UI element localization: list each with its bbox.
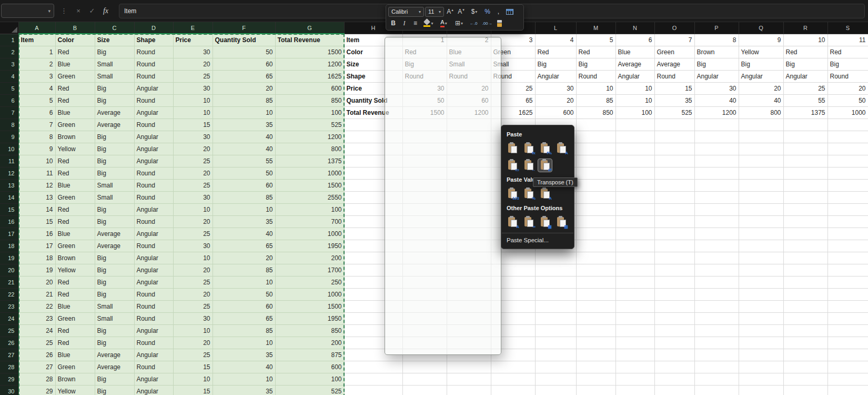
cell-G12[interactable]: 1000 [275, 167, 344, 179]
font-name-select[interactable]: Calibri ▾ [388, 7, 424, 17]
cell-N23[interactable] [615, 300, 654, 312]
row-header-10[interactable]: 10 [0, 143, 18, 155]
cell-E9[interactable]: 30 [173, 131, 213, 143]
format-painter-button[interactable] [494, 18, 504, 28]
cell-E4[interactable]: 25 [173, 70, 213, 82]
cell-F23[interactable]: 60 [213, 300, 275, 312]
cell-R9[interactable] [783, 131, 827, 143]
alignment-button[interactable]: ≡ [410, 18, 420, 28]
row-header-27[interactable]: 27 [0, 349, 18, 361]
cell-O25[interactable] [654, 324, 694, 337]
cell-D2[interactable]: Round [134, 46, 173, 58]
cell-M20[interactable] [576, 264, 615, 276]
paste-special-item[interactable]: Paste Special... [501, 233, 574, 248]
cell-M3[interactable]: Big [576, 58, 615, 70]
cell-L19[interactable] [535, 252, 576, 264]
cell-Q11[interactable] [739, 155, 783, 167]
cell-G13[interactable]: 1500 [275, 179, 344, 191]
cell-N12[interactable] [615, 167, 654, 179]
cell-O17[interactable] [654, 228, 694, 240]
cell-P23[interactable] [694, 300, 739, 312]
cell-M29[interactable] [576, 373, 615, 385]
cell-P14[interactable] [694, 191, 739, 203]
cell-D16[interactable]: Round [134, 215, 173, 228]
cell-E19[interactable]: 10 [173, 252, 213, 264]
cell-R19[interactable] [783, 252, 827, 264]
cell-E23[interactable]: 25 [173, 300, 213, 312]
cell-E21[interactable]: 25 [173, 276, 213, 288]
cell-S12[interactable] [827, 167, 868, 179]
cell-I29[interactable] [402, 373, 447, 385]
cell-L27[interactable] [535, 349, 576, 361]
cell-Q26[interactable] [739, 337, 783, 349]
cell-L7[interactable]: 600 [535, 106, 576, 118]
cell-E15[interactable]: 10 [173, 203, 213, 215]
cell-C4[interactable]: Small [95, 70, 134, 82]
column-header-D[interactable]: D [134, 22, 173, 34]
cell-F8[interactable]: 35 [213, 118, 275, 131]
cell-S17[interactable] [827, 228, 868, 240]
cell-Q27[interactable] [739, 349, 783, 361]
cell-G5[interactable]: 600 [275, 82, 344, 94]
cell-O30[interactable] [654, 385, 694, 395]
cell-L25[interactable] [535, 324, 576, 337]
cell-A9[interactable]: 8 [18, 131, 55, 143]
cell-O19[interactable] [654, 252, 694, 264]
cell-N9[interactable] [615, 131, 654, 143]
cell-S2[interactable]: Red [827, 46, 868, 58]
cell-N29[interactable] [615, 373, 654, 385]
cell-D4[interactable]: Round [134, 70, 173, 82]
cell-S29[interactable] [827, 373, 868, 385]
cell-E20[interactable]: 20 [173, 264, 213, 276]
cell-G16[interactable]: 700 [275, 215, 344, 228]
cell-R4[interactable]: Angular [783, 70, 827, 82]
cell-C27[interactable]: Average [95, 349, 134, 361]
cell-B22[interactable]: Red [55, 288, 95, 300]
cell-S19[interactable] [827, 252, 868, 264]
cell-R3[interactable]: Big [783, 58, 827, 70]
paste-option-transpose-icon[interactable]: ⇄ [538, 159, 552, 172]
cell-D19[interactable]: Angular [134, 252, 173, 264]
row-header-20[interactable]: 20 [0, 264, 18, 276]
cell-B13[interactable]: Blue [55, 179, 95, 191]
cell-C23[interactable]: Small [95, 300, 134, 312]
cell-D21[interactable]: Angular [134, 276, 173, 288]
cell-E26[interactable]: 20 [173, 337, 213, 349]
cell-N6[interactable]: 10 [615, 94, 654, 106]
cell-D24[interactable]: Round [134, 312, 173, 324]
row-header-6[interactable]: 6 [0, 94, 18, 106]
row-header-19[interactable]: 19 [0, 252, 18, 264]
cell-P9[interactable] [694, 131, 739, 143]
row-header-1[interactable]: 1 [0, 34, 18, 46]
cell-S10[interactable] [827, 143, 868, 155]
cell-O12[interactable] [654, 167, 694, 179]
paste-option-values-number-formatting-icon[interactable]: % [522, 187, 536, 200]
increase-decimal-button[interactable]: .00→ [481, 18, 493, 28]
cell-S13[interactable] [827, 179, 868, 191]
cell-Q4[interactable]: Angular [739, 70, 783, 82]
cell-J30[interactable] [447, 385, 491, 395]
cell-A3[interactable]: 2 [18, 58, 55, 70]
cell-D23[interactable]: Round [134, 300, 173, 312]
cell-B23[interactable]: Blue [55, 300, 95, 312]
cell-O21[interactable] [654, 276, 694, 288]
cell-Q17[interactable] [739, 228, 783, 240]
cell-C7[interactable]: Average [95, 106, 134, 118]
cell-B2[interactable]: Red [55, 46, 95, 58]
cell-F25[interactable]: 85 [213, 324, 275, 337]
cell-B18[interactable]: Green [55, 240, 95, 252]
cell-A21[interactable]: 20 [18, 276, 55, 288]
cell-L6[interactable]: 20 [535, 94, 576, 106]
cell-P18[interactable] [694, 240, 739, 252]
cell-E27[interactable]: 25 [173, 349, 213, 361]
cell-F15[interactable]: 10 [213, 203, 275, 215]
cell-F13[interactable]: 60 [213, 179, 275, 191]
cell-D8[interactable]: Round [134, 118, 173, 131]
cell-D29[interactable]: Angular [134, 373, 173, 385]
cell-Q30[interactable] [739, 385, 783, 395]
cell-N16[interactable] [615, 215, 654, 228]
cell-B16[interactable]: Red [55, 215, 95, 228]
cell-L1[interactable]: 4 [535, 34, 576, 46]
cell-O2[interactable]: Green [654, 46, 694, 58]
cell-S27[interactable] [827, 349, 868, 361]
